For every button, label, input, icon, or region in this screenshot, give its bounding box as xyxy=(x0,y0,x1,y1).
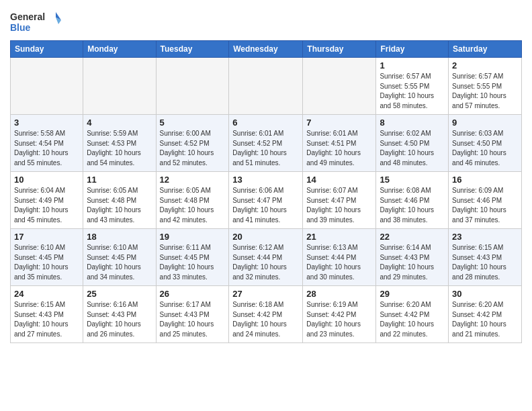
day-number: 30 xyxy=(452,289,518,299)
svg-text:General: General xyxy=(10,11,45,22)
svg-text:Blue: Blue xyxy=(10,22,31,33)
calendar-cell xyxy=(83,58,156,115)
calendar-cell: 20Sunrise: 6:12 AM Sunset: 4:44 PM Dayli… xyxy=(229,229,303,286)
day-info: Sunrise: 6:05 AM Sunset: 4:48 PM Dayligh… xyxy=(160,186,226,225)
day-info: Sunrise: 6:03 AM Sunset: 4:50 PM Dayligh… xyxy=(452,129,518,168)
day-number: 11 xyxy=(87,175,152,185)
day-info: Sunrise: 6:15 AM Sunset: 4:43 PM Dayligh… xyxy=(452,243,518,282)
day-info: Sunrise: 6:14 AM Sunset: 4:43 PM Dayligh… xyxy=(380,243,445,282)
day-info: Sunrise: 6:20 AM Sunset: 4:42 PM Dayligh… xyxy=(452,300,518,339)
day-info: Sunrise: 6:12 AM Sunset: 4:44 PM Dayligh… xyxy=(232,243,299,282)
calendar-cell: 4Sunrise: 5:59 AM Sunset: 4:53 PM Daylig… xyxy=(83,115,156,172)
day-info: Sunrise: 6:10 AM Sunset: 4:45 PM Dayligh… xyxy=(14,243,79,282)
col-header-thursday: Thursday xyxy=(303,41,376,58)
day-number: 24 xyxy=(14,289,79,299)
day-number: 3 xyxy=(14,118,79,128)
calendar-cell: 30Sunrise: 6:20 AM Sunset: 4:42 PM Dayli… xyxy=(449,286,522,343)
day-number: 19 xyxy=(160,232,226,242)
day-info: Sunrise: 6:08 AM Sunset: 4:46 PM Dayligh… xyxy=(380,186,445,225)
day-info: Sunrise: 6:18 AM Sunset: 4:42 PM Dayligh… xyxy=(232,300,299,339)
day-info: Sunrise: 6:16 AM Sunset: 4:43 PM Dayligh… xyxy=(87,300,152,339)
day-number: 13 xyxy=(232,175,299,185)
day-number: 18 xyxy=(87,232,152,242)
day-number: 29 xyxy=(380,289,445,299)
day-number: 2 xyxy=(452,60,518,71)
day-number: 6 xyxy=(232,118,299,128)
calendar-cell xyxy=(303,58,376,115)
day-info: Sunrise: 6:05 AM Sunset: 4:48 PM Dayligh… xyxy=(87,186,152,225)
calendar-cell: 2Sunrise: 6:57 AM Sunset: 5:55 PM Daylig… xyxy=(449,58,522,115)
logo: General Blue xyxy=(10,9,64,36)
col-header-monday: Monday xyxy=(83,41,156,58)
calendar-cell xyxy=(156,58,229,115)
calendar-cell: 5Sunrise: 6:00 AM Sunset: 4:52 PM Daylig… xyxy=(156,115,229,172)
day-info: Sunrise: 6:20 AM Sunset: 4:42 PM Dayligh… xyxy=(380,300,445,339)
calendar-cell: 26Sunrise: 6:17 AM Sunset: 4:43 PM Dayli… xyxy=(156,286,229,343)
calendar-cell: 18Sunrise: 6:10 AM Sunset: 4:45 PM Dayli… xyxy=(83,229,156,286)
calendar-cell: 23Sunrise: 6:15 AM Sunset: 4:43 PM Dayli… xyxy=(449,229,522,286)
day-number: 5 xyxy=(160,118,226,128)
calendar-table: SundayMondayTuesdayWednesdayThursdayFrid… xyxy=(10,40,522,343)
day-number: 9 xyxy=(452,118,518,128)
day-info: Sunrise: 6:15 AM Sunset: 4:43 PM Dayligh… xyxy=(14,300,79,339)
day-number: 1 xyxy=(380,60,445,71)
day-info: Sunrise: 5:58 AM Sunset: 4:54 PM Dayligh… xyxy=(14,129,79,168)
calendar-cell: 11Sunrise: 6:05 AM Sunset: 4:48 PM Dayli… xyxy=(83,172,156,229)
calendar-cell: 28Sunrise: 6:19 AM Sunset: 4:42 PM Dayli… xyxy=(303,286,376,343)
col-header-tuesday: Tuesday xyxy=(156,41,229,58)
day-number: 28 xyxy=(306,289,372,299)
day-info: Sunrise: 6:01 AM Sunset: 4:51 PM Dayligh… xyxy=(306,129,372,168)
calendar-cell: 10Sunrise: 6:04 AM Sunset: 4:49 PM Dayli… xyxy=(11,172,83,229)
col-header-saturday: Saturday xyxy=(449,41,522,58)
calendar-cell: 25Sunrise: 6:16 AM Sunset: 4:43 PM Dayli… xyxy=(83,286,156,343)
calendar-cell: 14Sunrise: 6:07 AM Sunset: 4:47 PM Dayli… xyxy=(303,172,376,229)
calendar-week-row: 10Sunrise: 6:04 AM Sunset: 4:49 PM Dayli… xyxy=(11,172,522,229)
day-number: 20 xyxy=(232,232,299,242)
day-info: Sunrise: 6:06 AM Sunset: 4:47 PM Dayligh… xyxy=(232,186,299,225)
day-info: Sunrise: 6:00 AM Sunset: 4:52 PM Dayligh… xyxy=(160,129,226,168)
day-number: 10 xyxy=(14,175,79,185)
calendar-cell: 15Sunrise: 6:08 AM Sunset: 4:46 PM Dayli… xyxy=(376,172,449,229)
calendar-cell: 6Sunrise: 6:01 AM Sunset: 4:52 PM Daylig… xyxy=(229,115,303,172)
calendar-cell xyxy=(11,58,83,115)
logo-svg: General Blue xyxy=(10,9,64,36)
calendar-week-row: 3Sunrise: 5:58 AM Sunset: 4:54 PM Daylig… xyxy=(11,115,522,172)
calendar-week-row: 1Sunrise: 6:57 AM Sunset: 5:55 PM Daylig… xyxy=(11,58,522,115)
calendar-cell: 13Sunrise: 6:06 AM Sunset: 4:47 PM Dayli… xyxy=(229,172,303,229)
day-info: Sunrise: 6:17 AM Sunset: 4:43 PM Dayligh… xyxy=(160,300,226,339)
day-info: Sunrise: 6:19 AM Sunset: 4:42 PM Dayligh… xyxy=(306,300,372,339)
page-header: General Blue xyxy=(10,7,522,36)
day-number: 23 xyxy=(452,232,518,242)
day-info: Sunrise: 6:57 AM Sunset: 5:55 PM Dayligh… xyxy=(380,72,445,111)
calendar-cell: 8Sunrise: 6:02 AM Sunset: 4:50 PM Daylig… xyxy=(376,115,449,172)
calendar-cell: 16Sunrise: 6:09 AM Sunset: 4:46 PM Dayli… xyxy=(449,172,522,229)
calendar-cell: 24Sunrise: 6:15 AM Sunset: 4:43 PM Dayli… xyxy=(11,286,83,343)
day-number: 8 xyxy=(380,118,445,128)
calendar-cell: 27Sunrise: 6:18 AM Sunset: 4:42 PM Dayli… xyxy=(229,286,303,343)
day-number: 17 xyxy=(14,232,79,242)
col-header-wednesday: Wednesday xyxy=(229,41,303,58)
calendar-week-row: 17Sunrise: 6:10 AM Sunset: 4:45 PM Dayli… xyxy=(11,229,522,286)
day-info: Sunrise: 6:04 AM Sunset: 4:49 PM Dayligh… xyxy=(14,186,79,225)
calendar-cell xyxy=(229,58,303,115)
day-number: 14 xyxy=(306,175,372,185)
day-info: Sunrise: 6:10 AM Sunset: 4:45 PM Dayligh… xyxy=(87,243,152,282)
col-header-sunday: Sunday xyxy=(11,41,83,58)
calendar-cell: 17Sunrise: 6:10 AM Sunset: 4:45 PM Dayli… xyxy=(11,229,83,286)
day-info: Sunrise: 6:13 AM Sunset: 4:44 PM Dayligh… xyxy=(306,243,372,282)
day-number: 4 xyxy=(87,118,152,128)
calendar-cell: 22Sunrise: 6:14 AM Sunset: 4:43 PM Dayli… xyxy=(376,229,449,286)
day-number: 12 xyxy=(160,175,226,185)
day-number: 25 xyxy=(87,289,152,299)
day-number: 26 xyxy=(160,289,226,299)
calendar-cell: 3Sunrise: 5:58 AM Sunset: 4:54 PM Daylig… xyxy=(11,115,83,172)
calendar-cell: 1Sunrise: 6:57 AM Sunset: 5:55 PM Daylig… xyxy=(376,58,449,115)
day-number: 16 xyxy=(452,175,518,185)
day-number: 15 xyxy=(380,175,445,185)
day-number: 27 xyxy=(232,289,299,299)
calendar-cell: 9Sunrise: 6:03 AM Sunset: 4:50 PM Daylig… xyxy=(449,115,522,172)
day-info: Sunrise: 5:59 AM Sunset: 4:53 PM Dayligh… xyxy=(87,129,152,168)
col-header-friday: Friday xyxy=(376,41,449,58)
day-number: 7 xyxy=(306,118,372,128)
calendar-header-row: SundayMondayTuesdayWednesdayThursdayFrid… xyxy=(11,41,522,58)
